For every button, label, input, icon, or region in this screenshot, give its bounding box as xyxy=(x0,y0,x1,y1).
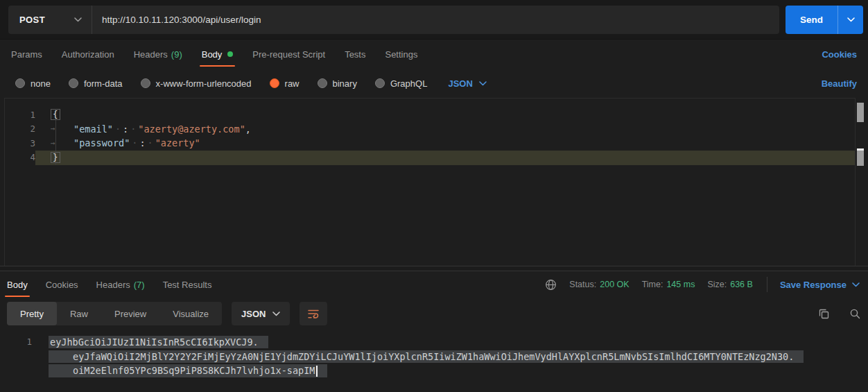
body-modified-dot xyxy=(227,51,233,57)
view-mode-segmented-control: Pretty Raw Preview Visualize xyxy=(7,302,222,325)
response-tabs-row: Body Cookies Headers (7) Test Results St… xyxy=(0,271,868,298)
tab-settings[interactable]: Settings xyxy=(385,40,417,69)
response-tab-body[interactable]: Body xyxy=(7,271,28,298)
time-badge: Time: 145 ms xyxy=(642,280,695,289)
response-body-viewer[interactable]: 1 eyJhbGciOiJIUzI1NiIsInR5cCI6IkpXVCJ9. … xyxy=(0,332,868,392)
active-tab-underline xyxy=(200,65,236,67)
wrap-text-icon xyxy=(307,308,320,319)
tab-body[interactable]: Body xyxy=(202,40,234,69)
editor-scrollbar-thumb[interactable] xyxy=(857,103,864,122)
response-tab-cookies[interactable]: Cookies xyxy=(46,271,78,298)
open-brace: { xyxy=(51,109,60,120)
url-box: POST xyxy=(8,6,779,34)
selected-text: oiM2eElnf05YPc9BSq9PiP8S8KCJh7lvhjo1x-sa… xyxy=(49,364,327,377)
save-response-button[interactable]: Save Response xyxy=(780,280,860,290)
send-label: Send xyxy=(800,15,823,25)
radio-icon xyxy=(375,78,385,88)
editor-line-2[interactable]: 2 →"email":"azerty@azerty.com", xyxy=(5,122,855,137)
editor-line-3[interactable]: 3 →"password":"azerty" xyxy=(5,136,855,151)
size-badge: Size: 636 B xyxy=(707,280,752,289)
chevron-down-icon xyxy=(847,17,855,22)
body-type-binary[interactable]: binary xyxy=(318,78,357,89)
copy-icon xyxy=(818,308,830,320)
response-headers-count-badge: (7) xyxy=(134,280,145,290)
body-type-selector-row: none form-data x-www-form-urlencoded raw… xyxy=(0,69,868,98)
body-type-x-www-form-urlencoded[interactable]: x-www-form-urlencoded xyxy=(141,78,252,89)
send-split-button: Send xyxy=(785,6,863,34)
json-comma: , xyxy=(245,123,251,135)
response-token-line-3[interactable]: oiM2eElnf05YPc9BSq9PiP8S8KCJh7lvhjo1x-sa… xyxy=(49,364,327,378)
search-icon xyxy=(849,308,861,320)
method-label: POST xyxy=(19,15,45,25)
headers-count-badge: (9) xyxy=(171,49,182,60)
response-line-number: 1 xyxy=(18,336,32,347)
response-language-dropdown[interactable]: JSON xyxy=(232,302,290,325)
editor-overview-marker[interactable] xyxy=(857,151,864,166)
send-options-button[interactable] xyxy=(838,6,863,34)
line-number: 2 xyxy=(5,123,35,134)
editor-line-4[interactable]: 4 } xyxy=(5,151,855,165)
chevron-down-icon xyxy=(479,81,487,86)
status-badge: Status: 200 OK xyxy=(569,280,629,289)
response-view-toolbar: Pretty Raw Preview Visualize JSON xyxy=(7,301,861,326)
json-colon: : xyxy=(123,123,128,135)
request-tabs: Params Authorization Headers (9) Body Pr… xyxy=(0,40,868,69)
send-button[interactable]: Send xyxy=(785,6,838,34)
response-action-icons xyxy=(799,308,861,320)
chevron-down-icon xyxy=(74,17,82,22)
response-tab-test-results[interactable]: Test Results xyxy=(163,271,212,298)
view-tab-visualize[interactable]: Visualize xyxy=(159,302,222,325)
request-url-bar: POST Send xyxy=(0,0,868,40)
tab-indent-icon: → xyxy=(51,139,73,148)
body-type-raw[interactable]: raw xyxy=(270,78,300,89)
chevron-down-icon xyxy=(852,282,860,287)
body-type-none[interactable]: none xyxy=(15,78,51,89)
tab-pre-request-script[interactable]: Pre-request Script xyxy=(252,40,325,69)
response-meta: Status: 200 OK Time: 145 ms Size: 636 B … xyxy=(545,277,860,292)
tab-indent-icon: → xyxy=(51,124,73,133)
cookies-link[interactable]: Cookies xyxy=(822,40,857,69)
chevron-down-icon xyxy=(272,312,280,316)
json-colon: : xyxy=(139,137,145,148)
active-tab-underline xyxy=(5,296,30,297)
tab-authorization[interactable]: Authorization xyxy=(62,40,114,69)
tab-headers[interactable]: Headers (9) xyxy=(134,40,182,69)
editor-line-1[interactable]: 1 { xyxy=(5,108,855,122)
pane-splitter[interactable] xyxy=(0,266,868,271)
radio-icon xyxy=(141,78,150,88)
radio-icon xyxy=(15,78,25,88)
body-type-graphql[interactable]: GraphQL xyxy=(375,78,427,89)
tab-params[interactable]: Params xyxy=(11,40,42,69)
json-key: "email" xyxy=(73,123,113,135)
caret-cursor xyxy=(316,366,318,377)
radio-icon xyxy=(69,78,78,88)
globe-icon xyxy=(545,279,557,291)
request-body-editor[interactable]: 1 { 2 →"email":"azerty@azerty.com", 3 →"… xyxy=(4,98,856,266)
copy-response-button[interactable] xyxy=(818,308,830,320)
tab-tests[interactable]: Tests xyxy=(345,40,365,69)
line-number: 4 xyxy=(5,152,35,162)
selected-text: eyJhbGciOiJIUzI1NiIsInR5cCI6IkpXVCJ9. xyxy=(49,336,268,348)
view-tab-pretty[interactable]: Pretty xyxy=(7,302,57,325)
close-brace: } xyxy=(51,152,60,163)
raw-language-dropdown[interactable]: JSON xyxy=(448,78,486,89)
body-type-form-data[interactable]: form-data xyxy=(69,78,123,89)
response-token-line-1[interactable]: eyJhbGciOiJIUzI1NiIsInR5cCI6IkpXVCJ9. xyxy=(49,335,268,350)
wrap-text-button[interactable] xyxy=(300,302,327,325)
response-tab-headers[interactable]: Headers (7) xyxy=(96,271,145,298)
response-token-line-2[interactable]: eyJfaWQiOiI2MjBlY2Y2Y2FiMjEyYzA0NjE1Yjdm… xyxy=(49,350,804,364)
divider xyxy=(767,277,767,292)
line-number: 1 xyxy=(5,110,35,120)
method-dropdown[interactable]: POST xyxy=(8,6,92,34)
url-input[interactable] xyxy=(92,15,779,25)
json-key: "password" xyxy=(73,137,130,148)
json-string-value: "azerty@azerty.com" xyxy=(138,123,245,135)
selected-text: eyJfaWQiOiI2MjBlY2Y2Y2FiMjEyYzA0NjE1Yjdm… xyxy=(49,350,804,363)
whitespace-dot xyxy=(113,123,123,135)
search-response-button[interactable] xyxy=(849,308,861,320)
api-client-window: POST Send Params Authorization Headers (… xyxy=(0,0,868,392)
beautify-link[interactable]: Beautify xyxy=(822,78,857,89)
view-tab-raw[interactable]: Raw xyxy=(57,302,101,325)
view-tab-preview[interactable]: Preview xyxy=(101,302,159,325)
whitespace-dot xyxy=(146,137,155,148)
